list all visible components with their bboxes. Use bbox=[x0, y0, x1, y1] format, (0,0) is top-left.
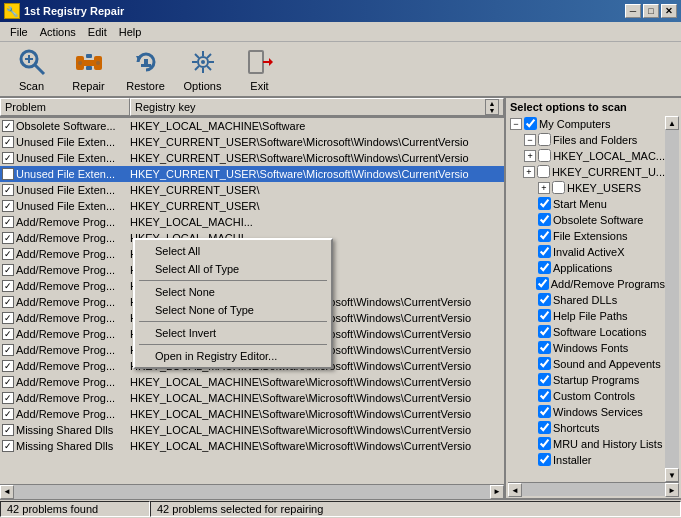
tree-node[interactable]: Help File Paths bbox=[508, 308, 665, 324]
exit-button[interactable]: Exit bbox=[232, 45, 287, 93]
ctx-select-invert[interactable]: Select Invert bbox=[135, 324, 331, 342]
row-checkbox[interactable] bbox=[0, 264, 16, 276]
tree-node[interactable]: File Extensions bbox=[508, 228, 665, 244]
row-checkbox[interactable] bbox=[0, 328, 16, 340]
tree-node[interactable]: Windows Fonts bbox=[508, 340, 665, 356]
row-checkbox[interactable] bbox=[0, 232, 16, 244]
ctx-select-none[interactable]: Select None bbox=[135, 283, 331, 301]
table-row[interactable]: Unused File Exten...HKEY_CURRENT_USER\ bbox=[0, 198, 504, 214]
tree-node[interactable]: Windows Services bbox=[508, 404, 665, 420]
tree-node[interactable]: −Files and Folders bbox=[508, 132, 665, 148]
tree-node[interactable]: MRU and History Lists bbox=[508, 436, 665, 452]
tree-checkbox[interactable] bbox=[538, 405, 553, 420]
table-row[interactable]: Add/Remove Prog...HKEY_LOCAL_MACHINE\Sof… bbox=[0, 406, 504, 422]
scroll-track-h[interactable] bbox=[14, 485, 490, 499]
restore-button[interactable]: Restore bbox=[118, 45, 173, 93]
tree-checkbox[interactable] bbox=[538, 309, 553, 324]
tree-node[interactable]: +HKEY_USERS bbox=[508, 180, 665, 196]
tree-checkbox[interactable] bbox=[538, 357, 553, 372]
tree-checkbox[interactable] bbox=[538, 453, 553, 468]
tree-expand-button[interactable]: + bbox=[523, 166, 535, 178]
row-checkbox[interactable] bbox=[0, 408, 16, 420]
row-checkbox[interactable] bbox=[0, 280, 16, 292]
tree-node[interactable]: Add/Remove Programs bbox=[508, 276, 665, 292]
row-checkbox[interactable] bbox=[0, 392, 16, 404]
maximize-button[interactable]: □ bbox=[643, 4, 659, 18]
horizontal-scrollbar[interactable]: ◄ ► bbox=[0, 484, 504, 498]
ctx-select-all[interactable]: Select All bbox=[135, 242, 331, 260]
row-checkbox[interactable] bbox=[0, 296, 16, 308]
right-scroll-left[interactable]: ◄ bbox=[508, 483, 522, 497]
tree-checkbox[interactable] bbox=[538, 325, 553, 340]
table-row[interactable]: Missing Shared DllsHKEY_LOCAL_MACHINE\So… bbox=[0, 422, 504, 438]
tree-node[interactable]: Start Menu bbox=[508, 196, 665, 212]
scroll-down-arrow[interactable]: ▼ bbox=[665, 468, 679, 482]
table-row[interactable]: Unused File Exten...HKEY_CURRENT_USER\So… bbox=[0, 134, 504, 150]
scroll-left-arrow[interactable]: ◄ bbox=[0, 485, 14, 499]
scroll-up-arrow[interactable]: ▲ bbox=[665, 116, 679, 130]
table-row[interactable]: Unused File Exten...HKEY_CURRENT_USER\ bbox=[0, 182, 504, 198]
tree-node[interactable]: Software Locations bbox=[508, 324, 665, 340]
scan-button[interactable]: Scan bbox=[4, 45, 59, 93]
tree-checkbox[interactable] bbox=[538, 229, 553, 244]
row-checkbox[interactable] bbox=[0, 360, 16, 372]
menu-actions[interactable]: Actions bbox=[34, 24, 82, 40]
tree-checkbox[interactable] bbox=[538, 293, 553, 308]
table-area[interactable]: Obsolete Software...HKEY_LOCAL_MACHINE\S… bbox=[0, 118, 504, 484]
tree-node[interactable]: Shortcuts bbox=[508, 420, 665, 436]
table-row[interactable]: Obsolete Software...HKEY_LOCAL_MACHINE\S… bbox=[0, 118, 504, 134]
tree-node[interactable]: Startup Programs bbox=[508, 372, 665, 388]
ctx-select-none-of-type[interactable]: Select None of Type bbox=[135, 301, 331, 319]
row-checkbox[interactable] bbox=[0, 424, 16, 436]
tree-expand-button[interactable]: + bbox=[538, 182, 550, 194]
row-checkbox[interactable] bbox=[0, 440, 16, 452]
tree-expand-button[interactable]: − bbox=[524, 134, 536, 146]
tree-checkbox[interactable] bbox=[538, 213, 553, 228]
tree-node[interactable]: Shared DLLs bbox=[508, 292, 665, 308]
tree-node[interactable]: Sound and Appevents bbox=[508, 356, 665, 372]
row-checkbox[interactable] bbox=[0, 200, 16, 212]
table-row[interactable]: Missing Shared DllsHKEY_LOCAL_MACHINE\So… bbox=[0, 438, 504, 454]
row-checkbox[interactable] bbox=[0, 184, 16, 196]
row-checkbox[interactable] bbox=[0, 136, 16, 148]
tree-checkbox[interactable] bbox=[538, 261, 553, 276]
tree-checkbox[interactable] bbox=[538, 133, 553, 148]
minimize-button[interactable]: ─ bbox=[625, 4, 641, 18]
tree-expand-button[interactable]: + bbox=[524, 150, 536, 162]
table-row[interactable]: Add/Remove Prog...HKEY_LOCAL_MACHINE\Sof… bbox=[0, 390, 504, 406]
close-button[interactable]: ✕ bbox=[661, 4, 677, 18]
tree-checkbox[interactable] bbox=[538, 437, 553, 452]
tree-node[interactable]: +HKEY_LOCAL_MAC... bbox=[508, 148, 665, 164]
tree-area[interactable]: −My Computers−Files and Folders+HKEY_LOC… bbox=[508, 116, 665, 482]
tree-checkbox[interactable] bbox=[538, 421, 553, 436]
tree-checkbox[interactable] bbox=[538, 197, 553, 212]
tree-node[interactable]: +HKEY_CURRENT_U... bbox=[508, 164, 665, 180]
repair-button[interactable]: Repair bbox=[61, 45, 116, 93]
right-scroll-track-h[interactable] bbox=[522, 483, 665, 496]
scroll-right-arrow[interactable]: ► bbox=[490, 485, 504, 499]
column-scroll-button[interactable]: ▲ ▼ bbox=[485, 99, 499, 115]
row-checkbox[interactable] bbox=[0, 344, 16, 356]
tree-checkbox[interactable] bbox=[524, 117, 539, 132]
tree-checkbox[interactable] bbox=[552, 181, 567, 196]
menu-help[interactable]: Help bbox=[113, 24, 148, 40]
tree-checkbox[interactable] bbox=[536, 277, 551, 292]
row-checkbox[interactable] bbox=[0, 120, 16, 132]
row-checkbox[interactable] bbox=[0, 168, 16, 180]
row-checkbox[interactable] bbox=[0, 216, 16, 228]
menu-edit[interactable]: Edit bbox=[82, 24, 113, 40]
tree-checkbox[interactable] bbox=[538, 389, 553, 404]
table-row[interactable]: Unused File Exten...HKEY_CURRENT_USER\So… bbox=[0, 150, 504, 166]
row-checkbox[interactable] bbox=[0, 248, 16, 260]
row-checkbox[interactable] bbox=[0, 376, 16, 388]
table-row[interactable]: Add/Remove Prog...HKEY_LOCAL_MACHINE\Sof… bbox=[0, 374, 504, 390]
tree-checkbox[interactable] bbox=[538, 149, 553, 164]
tree-node[interactable]: Obsolete Software bbox=[508, 212, 665, 228]
tree-checkbox[interactable] bbox=[538, 245, 553, 260]
tree-checkbox[interactable] bbox=[538, 373, 553, 388]
right-scroll-right[interactable]: ► bbox=[665, 483, 679, 497]
ctx-open-registry-editor[interactable]: Open in Registry Editor... bbox=[135, 347, 331, 365]
scroll-track-v[interactable] bbox=[665, 130, 679, 468]
tree-node[interactable]: −My Computers bbox=[508, 116, 665, 132]
tree-checkbox[interactable] bbox=[537, 165, 552, 180]
